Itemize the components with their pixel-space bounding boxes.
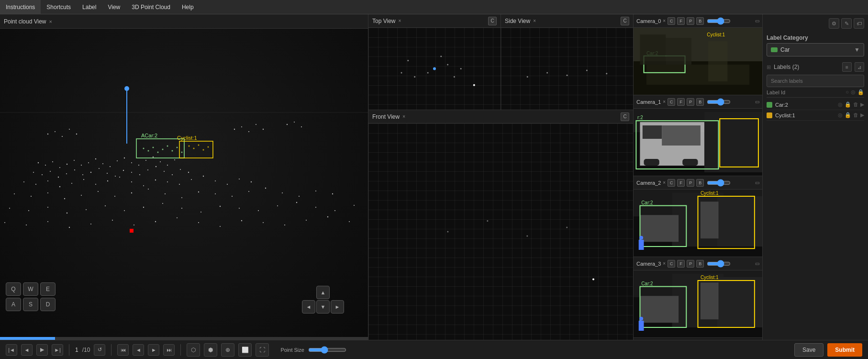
camera-1-expand[interactable]: ▭ bbox=[755, 99, 759, 104]
camera-2-btn-p[interactable]: P bbox=[687, 179, 694, 187]
crosshair-btn[interactable]: ⊕ bbox=[221, 343, 234, 357]
labels-table-icon: ⊞ bbox=[767, 64, 771, 70]
reset-btn[interactable]: ↺ bbox=[94, 344, 105, 356]
search-labels-input[interactable] bbox=[767, 75, 864, 87]
camera-2-expand[interactable]: ▭ bbox=[755, 180, 759, 185]
perspective-btn[interactable]: ⬢ bbox=[204, 343, 217, 357]
key-w[interactable]: W bbox=[23, 282, 38, 296]
front-view-content[interactable] bbox=[368, 123, 633, 340]
top-view-c-btn[interactable]: C bbox=[488, 17, 497, 25]
key-q[interactable]: Q bbox=[6, 282, 21, 296]
playback-prev-btn[interactable]: ◄ bbox=[21, 344, 33, 356]
bbox-btn[interactable]: ⬜ bbox=[238, 343, 252, 357]
svg-point-56 bbox=[203, 176, 204, 177]
menu-label[interactable]: Label bbox=[77, 0, 102, 14]
labels-title: Labels (2) bbox=[774, 64, 799, 70]
camera-3-expand[interactable]: ▭ bbox=[755, 261, 759, 266]
car-expand-icon[interactable]: ▶ bbox=[860, 101, 864, 108]
playback-next-btn[interactable]: ►| bbox=[52, 344, 63, 356]
menu-help[interactable]: Help bbox=[176, 0, 200, 14]
key-d[interactable]: D bbox=[40, 298, 56, 311]
timeline-slider[interactable] bbox=[0, 337, 368, 340]
submit-button[interactable]: Submit bbox=[827, 343, 862, 357]
fullscreen-btn[interactable]: ⛶ bbox=[256, 343, 269, 357]
camera-2-btn-b[interactable]: B bbox=[696, 179, 704, 187]
frame-step-fwd-btn[interactable]: ► bbox=[148, 344, 159, 356]
svg-point-156 bbox=[401, 72, 402, 74]
camera-3-btn-f[interactable]: F bbox=[677, 260, 685, 268]
camera-2-btn-c[interactable]: C bbox=[668, 179, 675, 187]
camera-3-close[interactable]: × bbox=[663, 261, 666, 266]
key-a[interactable]: A bbox=[6, 298, 21, 311]
label-category-dropdown[interactable]: Car ▼ bbox=[767, 43, 864, 56]
menu-shortcuts[interactable]: Shortcuts bbox=[41, 0, 77, 14]
camera-3-btn-b[interactable]: B bbox=[696, 260, 704, 268]
camera-0-btn-b[interactable]: B bbox=[696, 17, 704, 25]
camera-1-btn-f[interactable]: F bbox=[677, 98, 685, 106]
3d-view-btn[interactable]: ⬡ bbox=[187, 343, 200, 357]
svg-point-62 bbox=[31, 196, 32, 197]
key-e[interactable]: E bbox=[40, 282, 56, 296]
frame-step-back-btn[interactable]: ◄ bbox=[133, 344, 144, 356]
top-view-content[interactable] bbox=[368, 28, 501, 110]
camera-3-slider[interactable] bbox=[707, 260, 731, 268]
car-lock-icon[interactable]: 🔒 bbox=[845, 101, 851, 108]
camera-1-slider[interactable] bbox=[707, 98, 731, 106]
car-delete-icon[interactable]: 🗑 bbox=[853, 101, 858, 108]
point-size-slider[interactable] bbox=[308, 346, 346, 354]
front-view-close[interactable]: × bbox=[402, 114, 405, 119]
nav-arrow-up[interactable]: ▲ bbox=[316, 286, 330, 299]
cyclist-lock-icon[interactable]: 🔒 bbox=[845, 112, 851, 118]
svg-point-136 bbox=[172, 150, 173, 152]
side-view-close[interactable]: × bbox=[533, 18, 536, 23]
frame-skip-back-btn[interactable]: ⏮ bbox=[117, 344, 129, 356]
playback-play-btn[interactable]: ▶ bbox=[36, 344, 48, 356]
svg-point-91 bbox=[200, 212, 201, 213]
panel-icon-settings[interactable]: ⚙ bbox=[829, 18, 839, 29]
nav-arrow-right[interactable]: ► bbox=[331, 300, 344, 314]
dropdown-arrow-icon: ▼ bbox=[854, 46, 860, 53]
point-cloud-close-btn[interactable]: × bbox=[49, 19, 52, 24]
frame-skip-fwd-btn[interactable]: ⏭ bbox=[163, 344, 175, 356]
menu-instructions[interactable]: Instructions bbox=[0, 0, 41, 14]
point-cloud-canvas[interactable]: ACar:2 Cyclist:1 Q W E A S D ▲ bbox=[0, 29, 368, 340]
cyclist-expand-icon[interactable]: ▶ bbox=[860, 112, 864, 118]
camera-2-btn-f[interactable]: F bbox=[677, 179, 685, 187]
top-view-close[interactable]: × bbox=[398, 18, 401, 23]
side-view-content[interactable] bbox=[501, 28, 633, 110]
label-name-car[interactable]: Car:2 bbox=[775, 102, 835, 108]
label-filter-btn[interactable]: ⊿ bbox=[855, 62, 864, 72]
camera-0-btn-p[interactable]: P bbox=[687, 17, 694, 25]
camera-0-btn-f[interactable]: F bbox=[677, 17, 685, 25]
camera-0-close[interactable]: × bbox=[663, 18, 666, 23]
camera-2-slider[interactable] bbox=[707, 179, 731, 187]
camera-1-btn-p[interactable]: P bbox=[687, 98, 694, 106]
menu-3d-point-cloud[interactable]: 3D Point Cloud bbox=[126, 0, 176, 14]
nav-arrow-left[interactable]: ◄ bbox=[302, 300, 315, 314]
key-s[interactable]: S bbox=[23, 298, 38, 311]
cyclist-delete-icon[interactable]: 🗑 bbox=[853, 112, 858, 118]
car-eye-icon[interactable]: ◎ bbox=[838, 101, 843, 108]
panel-icon-tag[interactable]: 🏷 bbox=[854, 18, 864, 29]
front-view-c-btn[interactable]: C bbox=[621, 112, 629, 121]
camera-1-close[interactable]: × bbox=[663, 99, 666, 104]
nav-arrow-down[interactable]: ▼ bbox=[316, 300, 330, 314]
cyclist-eye-icon[interactable]: ◎ bbox=[838, 112, 843, 118]
side-view-c-btn[interactable]: C bbox=[621, 17, 629, 25]
label-sort-btn[interactable]: ≡ bbox=[842, 62, 852, 72]
camera-3-btn-c[interactable]: C bbox=[668, 260, 675, 268]
save-button[interactable]: Save bbox=[794, 343, 823, 357]
camera-1-btn-b[interactable]: B bbox=[696, 98, 704, 106]
camera-2-header: Camera_2 × C F P B ▭ bbox=[634, 176, 762, 190]
camera-0-expand[interactable]: ▭ bbox=[755, 18, 759, 23]
camera-0-slider[interactable] bbox=[707, 17, 731, 25]
camera-3-btn-p[interactable]: P bbox=[687, 260, 694, 268]
svg-point-70 bbox=[165, 193, 166, 194]
camera-2-close[interactable]: × bbox=[663, 180, 666, 185]
panel-icon-edit[interactable]: ✎ bbox=[841, 18, 852, 29]
menu-view[interactable]: View bbox=[102, 0, 126, 14]
camera-1-btn-c[interactable]: C bbox=[668, 98, 675, 106]
label-name-cyclist[interactable]: Cyclist:1 bbox=[775, 112, 835, 118]
playback-start-btn[interactable]: |◄ bbox=[6, 344, 17, 356]
camera-0-btn-c[interactable]: C bbox=[668, 17, 675, 25]
